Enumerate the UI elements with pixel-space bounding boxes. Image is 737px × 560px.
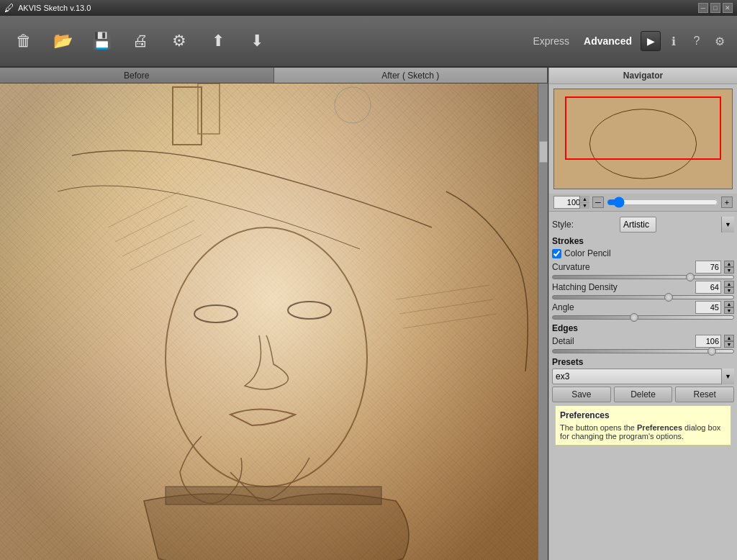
scrollbar-thumb[interactable] <box>539 141 548 163</box>
curvature-down-btn[interactable]: ▼ <box>724 267 734 274</box>
curvature-track[interactable] <box>552 275 734 279</box>
vertical-scrollbar[interactable] <box>538 83 548 560</box>
zoom-up-btn[interactable]: ▲ <box>580 196 589 203</box>
preferences-box: Preferences The button opens the Prefere… <box>555 405 731 446</box>
canvas-header: Before After ( Sketch ) <box>0 68 548 83</box>
detail-row: Detail 106 ▲ ▼ <box>552 335 734 353</box>
delete-preset-button[interactable]: Delete <box>614 387 673 402</box>
help-button[interactable]: ? <box>687 31 707 51</box>
advanced-tab[interactable]: Advanced <box>578 32 638 50</box>
curvature-thumb[interactable] <box>686 273 695 281</box>
hatching-density-track[interactable] <box>552 295 734 299</box>
hatching-density-label: Hatching Density <box>552 282 692 292</box>
download-icon: ⬇ <box>250 32 263 50</box>
main-area: Before After ( Sketch ) <box>0 68 737 560</box>
hatching-density-thumb[interactable] <box>664 293 673 302</box>
angle-label: Angle <box>552 302 692 312</box>
before-tab[interactable]: Before <box>0 68 274 83</box>
zoom-bar: 100% ▲ ▼ ─ + <box>549 194 737 212</box>
zoom-input-wrapper: 100% ▲ ▼ <box>553 196 589 209</box>
angle-up-btn[interactable]: ▲ <box>724 301 734 307</box>
angle-control: Angle 45 ▲ ▼ <box>552 301 734 314</box>
color-pencil-checkbox[interactable] <box>552 249 561 258</box>
detail-thumb[interactable] <box>707 347 716 356</box>
curvature-row: Curvature 76 ▲ ▼ <box>552 261 734 279</box>
hatching-density-value: 64 <box>695 281 721 294</box>
zoom-minus-button[interactable]: ─ <box>592 197 604 208</box>
svg-line-12 <box>403 314 497 328</box>
style-select[interactable]: Artistic Classic Comics <box>620 217 656 232</box>
save-preset-button[interactable]: Save <box>552 387 611 402</box>
info-button[interactable]: ℹ <box>664 31 684 51</box>
help-icon: ? <box>694 35 700 48</box>
trash-icon: 🗑 <box>16 32 32 50</box>
angle-thumb[interactable] <box>630 313 638 322</box>
color-pencil-label: Color Pencil <box>564 248 611 258</box>
style-row: Style: Artistic Classic Comics ▼ <box>552 217 734 232</box>
app-icon: 🖊 <box>4 2 14 14</box>
angle-track[interactable] <box>552 315 734 320</box>
maximize-button[interactable]: □ <box>710 3 720 13</box>
app-title: AKVIS Sketch v.13.0 <box>18 4 91 12</box>
open-button[interactable]: 📂 <box>46 22 79 60</box>
preferences-button[interactable]: ⚙ <box>710 31 730 51</box>
detail-down-btn[interactable]: ▼ <box>724 341 734 348</box>
angle-down-btn[interactable]: ▼ <box>724 307 734 314</box>
detail-track[interactable] <box>552 349 734 353</box>
svg-point-5 <box>288 302 331 319</box>
curvature-control: Curvature 76 ▲ ▼ <box>552 261 734 274</box>
save-icon: 💾 <box>92 32 112 50</box>
download-button[interactable]: ⬇ <box>240 22 273 60</box>
sketch-image <box>0 83 548 560</box>
angle-spinners: ▲ ▼ <box>724 301 734 314</box>
hatching-density-up-btn[interactable]: ▲ <box>724 281 734 287</box>
hatching-density-control: Hatching Density 64 ▲ ▼ <box>552 281 734 294</box>
style-label: Style: <box>552 220 617 230</box>
angle-value: 45 <box>695 301 721 314</box>
svg-point-2 <box>335 87 371 123</box>
sketch-overlay <box>0 83 548 560</box>
print-button[interactable]: 🖨 <box>124 22 157 60</box>
close-button[interactable]: ✕ <box>723 3 733 13</box>
zoom-plus-button[interactable]: + <box>721 197 733 208</box>
svg-line-10 <box>396 285 489 299</box>
svg-line-8 <box>122 220 194 256</box>
open-icon: 📂 <box>53 32 73 50</box>
detail-up-btn[interactable]: ▲ <box>724 335 734 341</box>
toolbar: 🗑 📂 💾 🖨 ⚙ ⬆ ⬇ Express Advanced ▶ ℹ ? ⚙ <box>0 16 737 68</box>
detail-control: Detail 106 ▲ ▼ <box>552 335 734 348</box>
preset-select[interactable]: ex3 <box>552 369 734 384</box>
settings-button[interactable]: ⚙ <box>163 22 196 60</box>
svg-point-3 <box>166 227 367 487</box>
detail-label: Detail <box>552 336 692 346</box>
zoom-slider[interactable] <box>607 197 718 207</box>
save-button[interactable]: 💾 <box>85 22 118 60</box>
svg-line-7 <box>115 206 187 242</box>
zoom-down-btn[interactable]: ▼ <box>580 203 589 209</box>
controls-panel: Style: Artistic Classic Comics ▼ Strokes… <box>549 212 737 560</box>
express-tab[interactable]: Express <box>528 32 576 50</box>
edges-label: Edges <box>552 323 734 333</box>
hatching-density-down-btn[interactable]: ▼ <box>724 287 734 294</box>
navigator-viewport-box[interactable] <box>565 96 721 160</box>
curvature-up-btn[interactable]: ▲ <box>724 261 734 267</box>
print-icon: 🖨 <box>132 32 148 50</box>
minimize-button[interactable]: ─ <box>698 3 708 13</box>
upload-button[interactable]: ⬆ <box>202 22 235 60</box>
after-tab[interactable]: After ( Sketch ) <box>274 68 548 83</box>
mode-tabs: Express Advanced ▶ ℹ ? ⚙ <box>528 31 731 51</box>
reset-preset-button[interactable]: Reset <box>675 387 734 402</box>
run-icon: ▶ <box>647 35 655 47</box>
navigator-header: Navigator <box>549 68 737 84</box>
titlebar-right: ─ □ ✕ <box>698 3 733 13</box>
strokes-label: Strokes <box>552 236 734 246</box>
angle-row: Angle 45 ▲ ▼ <box>552 301 734 320</box>
detail-value: 106 <box>695 335 721 348</box>
curvature-value: 76 <box>695 261 721 274</box>
canvas-content[interactable] <box>0 83 548 560</box>
svg-line-6 <box>108 191 180 227</box>
new-button[interactable]: 🗑 <box>7 22 40 60</box>
navigator-preview <box>553 89 733 189</box>
preferences-title: Preferences <box>560 410 726 420</box>
run-button[interactable]: ▶ <box>641 31 661 51</box>
